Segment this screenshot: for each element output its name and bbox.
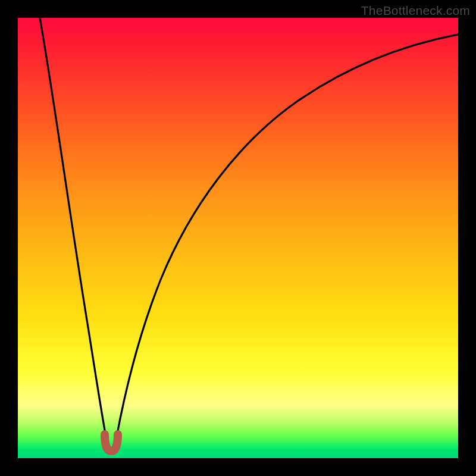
chart-plot-area: [18, 18, 458, 458]
watermark-text: TheBottleneck.com: [361, 4, 470, 18]
bottleneck-curve-right: [117, 35, 458, 437]
min-marker-u: [105, 434, 118, 451]
bottleneck-curve-svg: [18, 18, 458, 458]
chart-frame: TheBottleneck.com: [0, 0, 476, 476]
bottleneck-curve-left: [40, 18, 106, 437]
